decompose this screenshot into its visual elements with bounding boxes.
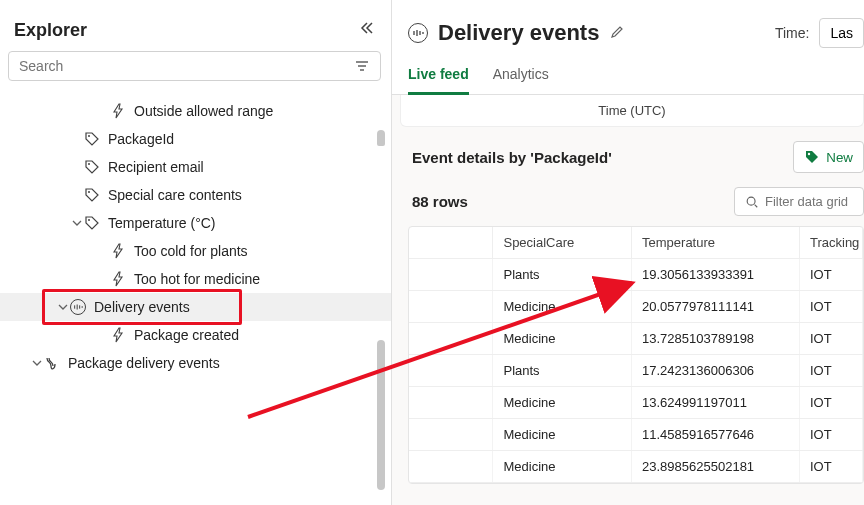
main-header: Delivery events Time: Las — [392, 0, 864, 48]
collapse-sidebar-button[interactable] — [359, 20, 375, 41]
new-button-label: New — [826, 150, 853, 165]
cell: IOT — [799, 355, 862, 387]
column-header-temperature[interactable]: Temperature — [632, 227, 800, 259]
flow-icon — [44, 355, 60, 371]
chevron-down-icon[interactable] — [56, 302, 70, 312]
table-row[interactable]: Medicine13.624991197011IOT — [409, 387, 863, 419]
tree-item-label: Too cold for plants — [134, 243, 248, 259]
cell: IOT — [799, 419, 862, 451]
cell: 23.8985625502181 — [632, 451, 800, 483]
cell: 17.2423136006306 — [632, 355, 800, 387]
tab-analytics[interactable]: Analytics — [493, 66, 549, 94]
tree-item-label: Outside allowed range — [134, 103, 273, 119]
cell — [409, 291, 493, 323]
cell — [409, 451, 493, 483]
filter-icon[interactable] — [354, 58, 370, 74]
scrollbar-thumb[interactable] — [377, 340, 385, 490]
cell — [409, 355, 493, 387]
tree-item-recipient-email[interactable]: Recipient email — [0, 153, 391, 181]
cell: Medicine — [493, 323, 632, 355]
cell: Medicine — [493, 387, 632, 419]
cell: 19.3056133933391 — [632, 259, 800, 291]
chevron-down-icon[interactable] — [30, 358, 44, 368]
column-header-tracking[interactable]: Tracking — [799, 227, 862, 259]
cell: Medicine — [493, 419, 632, 451]
row-count: 88 rows — [412, 193, 468, 210]
scroll-up-indicator[interactable] — [377, 130, 385, 146]
tree-item-too-cold-for-plants[interactable]: Too cold for plants — [0, 237, 391, 265]
svg-point-1 — [88, 163, 90, 165]
events-icon — [408, 23, 428, 43]
bolt-icon — [110, 103, 126, 119]
sidebar-header: Explorer — [0, 0, 391, 51]
filter-input-wrap[interactable] — [734, 187, 864, 216]
tree-item-packageid[interactable]: PackageId — [0, 125, 391, 153]
tree-item-package-delivery-events[interactable]: Package delivery events — [0, 349, 391, 377]
svg-point-3 — [88, 219, 90, 221]
tree-item-label: Special care contents — [108, 187, 242, 203]
tree-item-label: Package delivery events — [68, 355, 220, 371]
explorer-sidebar: Explorer Outside allowed rangePackageIdR… — [0, 0, 392, 505]
cell: Medicine — [493, 291, 632, 323]
cell — [409, 419, 493, 451]
row-filter-bar: 88 rows — [402, 187, 864, 226]
tag-icon — [84, 187, 100, 203]
cell: Plants — [493, 355, 632, 387]
search-input-wrap[interactable] — [8, 51, 381, 81]
events-icon — [70, 299, 86, 315]
column-header-blank[interactable] — [409, 227, 493, 259]
tree-item-special-care-contents[interactable]: Special care contents — [0, 181, 391, 209]
table-row[interactable]: Plants19.3056133933391IOT — [409, 259, 863, 291]
svg-point-4 — [808, 153, 810, 155]
new-button[interactable]: New — [793, 141, 864, 173]
svg-point-0 — [88, 135, 90, 137]
column-header-specialcare[interactable]: SpecialCare — [493, 227, 632, 259]
tab-live-feed[interactable]: Live feed — [408, 66, 469, 95]
bolt-icon — [110, 271, 126, 287]
table-row[interactable]: Medicine20.0577978111141IOT — [409, 291, 863, 323]
table-row[interactable]: Medicine13.7285103789198IOT — [409, 323, 863, 355]
cell: 13.624991197011 — [632, 387, 800, 419]
edit-title-button[interactable] — [609, 24, 625, 43]
tag-icon — [84, 159, 100, 175]
chevron-double-left-icon — [359, 20, 375, 36]
cell: 11.4585916577646 — [632, 419, 800, 451]
time-selector: Time: Las — [775, 18, 864, 48]
tree-item-label: Package created — [134, 327, 239, 343]
tree-item-label: Temperature (°C) — [108, 215, 216, 231]
filter-data-grid-input[interactable] — [765, 194, 853, 209]
tree-item-delivery-events[interactable]: Delivery events — [0, 293, 391, 321]
cell — [409, 387, 493, 419]
cell: 13.7285103789198 — [632, 323, 800, 355]
table-row[interactable]: Medicine11.4585916577646IOT — [409, 419, 863, 451]
content-area: Time (UTC) Event details by 'PackageId' … — [392, 95, 864, 505]
tabs: Live feedAnalytics — [392, 48, 864, 95]
time-label: Time: — [775, 25, 809, 41]
search-input[interactable] — [19, 58, 354, 74]
cell: IOT — [799, 259, 862, 291]
tree-item-label: Delivery events — [94, 299, 190, 315]
table-row[interactable]: Plants17.2423136006306IOT — [409, 355, 863, 387]
tree-item-outside-allowed-range[interactable]: Outside allowed range — [0, 97, 391, 125]
details-title: Event details by 'PackageId' — [412, 149, 612, 166]
tag-icon — [84, 215, 100, 231]
pencil-icon — [609, 24, 625, 40]
cell: Medicine — [493, 451, 632, 483]
data-grid[interactable]: SpecialCareTemperatureTrackingPlants19.3… — [408, 226, 864, 484]
tree-item-package-created[interactable]: Package created — [0, 321, 391, 349]
explorer-tree[interactable]: Outside allowed rangePackageIdRecipient … — [0, 91, 391, 505]
time-range-button[interactable]: Las — [819, 18, 864, 48]
main-title-wrap: Delivery events — [408, 20, 625, 46]
tree-item-too-hot-for-medicine[interactable]: Too hot for medicine — [0, 265, 391, 293]
cell — [409, 259, 493, 291]
bolt-icon — [110, 327, 126, 343]
search-wrap — [0, 51, 391, 91]
tag-icon — [804, 149, 820, 165]
chevron-down-icon[interactable] — [70, 218, 84, 228]
tree-item-temperature-c-[interactable]: Temperature (°C) — [0, 209, 391, 237]
table-row[interactable]: Medicine23.8985625502181IOT — [409, 451, 863, 483]
svg-point-2 — [88, 191, 90, 193]
cell: IOT — [799, 323, 862, 355]
sidebar-title: Explorer — [14, 20, 87, 41]
page-title: Delivery events — [438, 20, 599, 46]
